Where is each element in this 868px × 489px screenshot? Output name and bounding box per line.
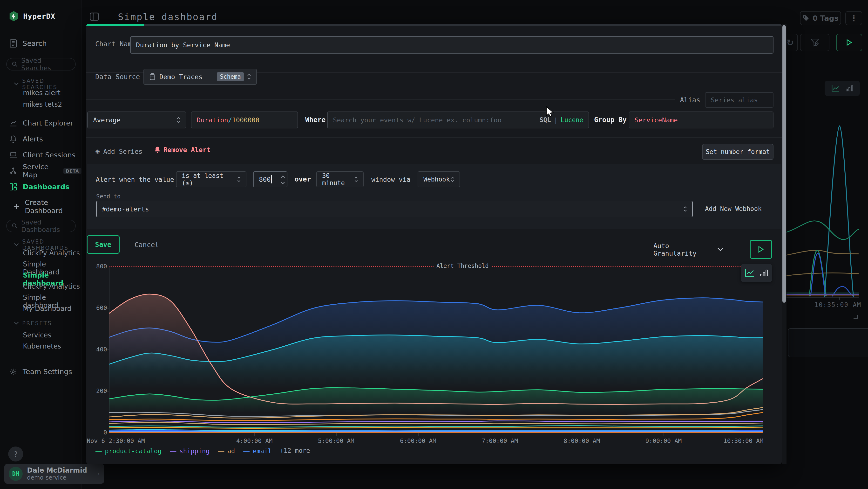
saved-dashboards-input[interactable]: Saved Dashboards [6,220,76,232]
tags-button[interactable]: 0 Tags [800,11,841,25]
granularity-value: Auto Granularity [653,242,713,257]
sidebar-item-label: Dashboards [23,183,69,191]
x-tick-label: 7:00:00 AM [482,437,518,444]
legend-item[interactable]: email [243,448,272,455]
create-dashboard-button[interactable]: Create Dashboard [0,201,82,212]
sql-toggle[interactable]: SQL [539,116,551,123]
dashboard-item[interactable]: My Dashboard [23,305,72,313]
legend-swatch [218,451,224,452]
number-stepper[interactable] [280,173,285,186]
sidebar-item-alerts[interactable]: Alerts [0,134,82,144]
run-query-button[interactable] [836,34,862,51]
search-doc-icon [9,39,18,48]
plus-circle-icon: ⊕ [95,147,100,156]
add-new-webhook-link[interactable]: Add New Webhook [705,205,762,212]
dashboards-icon [9,183,18,191]
sidebar-item-service-map[interactable]: Service Map BETA [0,166,82,176]
saved-searches-header[interactable]: SAVED SEARCHES [14,78,81,90]
dashboard-item[interactable]: ClickPy Analytics [23,282,80,290]
preset-item[interactable]: Services [23,331,51,339]
next-tile [788,328,868,357]
select-updown-icon [237,176,241,182]
chart-name-value[interactable] [136,41,768,49]
database-icon [149,73,156,80]
chart-line-icon [9,119,18,127]
create-dashboard-label: Create Dashboard [25,198,82,215]
y-tick-label: 800 [96,263,107,270]
sidebar-item-search[interactable]: Search [0,38,82,49]
modal-progress-track [86,24,782,26]
y-tick-label: 400 [96,346,107,353]
dashboard-item[interactable]: ClickPy Analytics [23,249,80,257]
sidebar-item-client-sessions[interactable]: Client Sessions [0,150,82,160]
modal-progress-bar [86,24,144,26]
toggle-separator: | [554,116,558,124]
legend-item[interactable]: shipping [170,448,210,455]
granularity-select[interactable]: Auto Granularity [653,240,723,259]
scrollbar-thumb[interactable] [782,25,786,303]
preset-item[interactable]: Kubernetes [23,342,61,350]
webhook-select[interactable]: #demo-alerts [96,201,693,217]
alert-channel-select[interactable]: Webhook [417,171,460,187]
alert-threshold-label: Alert Threshold [434,263,492,269]
sidebar-item-chart-explorer[interactable]: Chart Explorer [0,118,82,128]
legend-more-link[interactable]: +12 more [280,447,310,455]
saved-search-item[interactable]: mikes alert [23,89,61,97]
add-series-button[interactable]: ⊕ Add Series [95,147,143,156]
legend-item[interactable]: ad [218,448,235,455]
sidebar-collapse-button[interactable] [89,11,100,23]
sidebar-item-label: Chart Explorer [23,119,73,127]
legend-label: product-catalog [105,448,161,455]
saved-search-item[interactable]: mikes tets2 [23,100,62,108]
alert-threshold-value: 800 [259,176,271,183]
query-language-toggle[interactable]: SQL | Lucene [539,116,583,124]
brand[interactable]: HyperDX [8,10,55,22]
sidebar-item-label: Search [23,39,47,48]
modal-scrollbar[interactable] [782,24,786,464]
save-button[interactable]: Save [87,235,120,254]
expr-field: Duration [197,116,228,124]
alias-placeholder[interactable] [711,96,768,104]
legend-label: ad [227,448,235,455]
filter-button[interactable] [800,34,830,51]
mouse-cursor [546,106,555,117]
duration-chart[interactable] [109,267,763,433]
help-button[interactable]: ? [8,447,23,461]
cancel-button[interactable]: Cancel [134,241,159,249]
tile-resize-handle[interactable] [854,315,858,319]
sidebar-item-dashboards[interactable]: Dashboards [0,181,82,192]
alert-condition-select[interactable]: is at least (≥) [176,171,246,187]
sidebar-item-label: Alerts [23,135,43,143]
legend-item[interactable]: product-catalog [95,448,161,455]
add-series-label: Add Series [103,148,143,155]
user-card[interactable]: DM Dale McDiarmid demo-service - › [4,464,104,484]
chart-name-input[interactable] [130,36,774,54]
kebab-menu-button[interactable]: ⋮ [845,11,862,25]
field-expression-input[interactable]: Duration/1000000 [191,112,298,128]
group-by-input[interactable]: ServiceName [629,112,774,128]
sidebar-item-team-settings[interactable]: Team Settings [0,366,82,377]
brand-name: HyperDX [23,12,55,21]
where-placeholder: Search your events w/ Lucene ex. column:… [333,116,501,124]
mini-chart-axis [786,297,859,298]
presets-header[interactable]: PRESETS [14,320,52,326]
data-source-value: Demo Traces [159,73,203,81]
chart-type-toggle[interactable] [741,264,772,282]
aggregation-select[interactable]: Average [87,112,186,128]
service-map-icon [9,167,18,174]
lucene-toggle[interactable]: Lucene [561,116,583,123]
alias-input[interactable] [705,92,774,108]
alert-window-select[interactable]: 30 minute [316,171,364,187]
alert-threshold-input[interactable]: 800 [253,171,287,187]
x-tick-label: 6:00:00 AM [400,437,436,444]
refresh-icon: ↻ [786,38,794,48]
select-updown-icon [354,176,358,182]
legend-swatch [243,451,250,452]
set-number-format-button[interactable]: Set number format [702,144,774,160]
run-chart-button[interactable] [750,240,772,259]
y-tick-label: 0 [103,429,107,436]
remove-alert-button[interactable]: Remove Alert [154,146,211,153]
saved-searches-input[interactable]: Saved Searches [6,58,76,70]
data-source-select[interactable]: Demo Traces Schema [144,69,257,85]
expr-value: 1000000 [232,116,259,124]
